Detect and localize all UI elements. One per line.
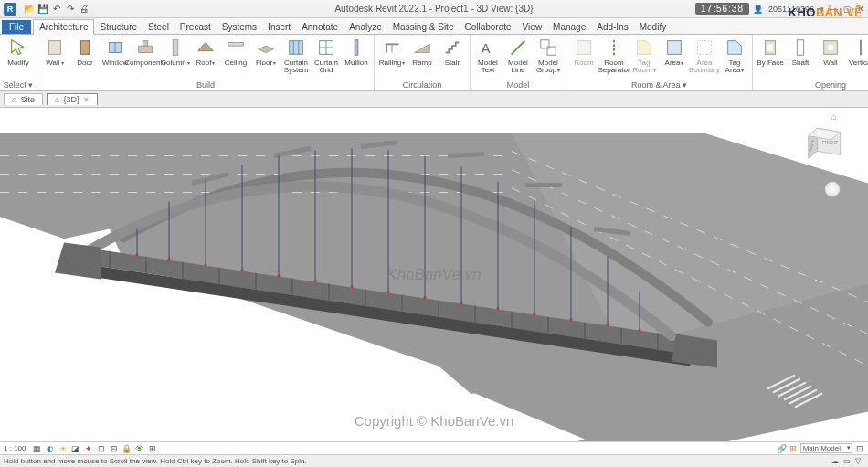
area-button[interactable]: Area xyxy=(660,36,689,67)
home-icon[interactable]: ⌂ xyxy=(831,111,837,122)
by-face-button[interactable]: By Face xyxy=(756,36,785,67)
main-model-dropdown[interactable]: Main Model xyxy=(800,443,852,453)
door-button[interactable]: Door xyxy=(70,36,100,67)
svg-rect-26 xyxy=(698,41,712,55)
user-icon[interactable]: 👤 xyxy=(753,5,763,14)
tab-structure[interactable]: Structure xyxy=(94,20,143,34)
shaft-icon xyxy=(790,37,810,58)
tab-collaborate[interactable]: Collaborate xyxy=(459,20,516,34)
tab-precast[interactable]: Precast xyxy=(175,20,217,34)
steering-wheel-icon[interactable] xyxy=(824,181,841,197)
svg-rect-4 xyxy=(139,46,153,52)
floor-button[interactable]: Floor xyxy=(251,36,281,67)
face-icon xyxy=(760,37,780,58)
ceiling-button[interactable]: Ceiling xyxy=(221,36,250,67)
crop-icon[interactable]: ⊡ xyxy=(96,443,106,453)
railing-icon xyxy=(382,37,402,58)
tab-analyze[interactable]: Analyze xyxy=(344,20,387,34)
window-icon xyxy=(105,37,125,58)
column-button[interactable]: Column xyxy=(161,36,190,67)
status-cloud-icon[interactable]: ☁ xyxy=(831,457,841,466)
view-tab-site[interactable]: ⌂Site xyxy=(4,93,43,105)
tag-area-button[interactable]: Tag Area xyxy=(720,36,749,74)
tag-room-button[interactable]: Tag Room xyxy=(630,36,659,74)
room-button[interactable]: Room xyxy=(569,36,598,67)
recording-time: 17:56:38 xyxy=(695,3,749,15)
ramp-button[interactable]: Ramp xyxy=(408,36,437,67)
curtain-grid-button[interactable]: Curtain Grid xyxy=(312,36,341,74)
curtain-system-button[interactable]: Curtain System xyxy=(281,36,311,74)
tag-area-icon xyxy=(725,37,745,58)
lock-icon[interactable]: 🔒 xyxy=(122,443,132,453)
tab-addins[interactable]: Add-Ins xyxy=(591,20,633,34)
tab-insert[interactable]: Insert xyxy=(262,20,296,34)
modify-button[interactable]: Modify xyxy=(3,36,34,67)
component-button[interactable]: Component xyxy=(131,36,160,67)
svg-point-85 xyxy=(241,269,244,271)
view-tab-3d[interactable]: ⌂{3D}✕ xyxy=(47,93,98,105)
railing-button[interactable]: Railing xyxy=(377,36,407,67)
vc-icon[interactable]: ⊡ xyxy=(854,443,864,453)
tab-architecture[interactable]: Architecture xyxy=(33,19,94,35)
bottom-watermark: Copyright © KhoBanVe.vn xyxy=(355,413,514,429)
shadow-icon[interactable]: ◪ xyxy=(70,443,80,453)
status-bar: Hold button and move mouse to Scroll the… xyxy=(0,454,868,467)
tab-annotate[interactable]: Annotate xyxy=(296,20,344,34)
qat-open-icon[interactable]: 📂 xyxy=(24,4,35,15)
svg-rect-22 xyxy=(547,47,556,55)
svg-text:A: A xyxy=(482,41,491,56)
svg-rect-1 xyxy=(80,41,89,55)
line-icon xyxy=(508,37,528,58)
file-tab[interactable]: File xyxy=(2,20,31,34)
svg-line-64 xyxy=(448,154,484,156)
model-line-button[interactable]: Model Line xyxy=(503,36,533,74)
visual-style-icon[interactable]: ◐ xyxy=(45,443,55,453)
svg-point-84 xyxy=(205,263,207,266)
stair-button[interactable]: Stair xyxy=(438,36,467,67)
close-tab-icon[interactable]: ✕ xyxy=(83,96,90,104)
status-select-icon[interactable]: ▭ xyxy=(843,457,852,466)
shaft-button[interactable]: Shaft xyxy=(786,36,815,67)
select-link-icon[interactable]: 🔗 xyxy=(777,443,787,453)
panel-model: AModel Text Model Line Model Group Model xyxy=(471,35,566,90)
mullion-button[interactable]: Mullion xyxy=(342,36,371,67)
view-cube[interactable]: FRONT RIGHT xyxy=(802,121,848,166)
crop-visible-icon[interactable]: ⊟ xyxy=(109,443,119,453)
roof-button[interactable]: Roof xyxy=(191,36,220,67)
render-icon[interactable]: ✦ xyxy=(83,443,93,453)
area-boundary-button[interactable]: Area Boundary xyxy=(690,36,719,74)
viewport-3d[interactable]: FRONT RIGHT ⌂ ✥ KhoBanVe.vn Copyright © … xyxy=(0,108,868,441)
qat-save-icon[interactable]: 💾 xyxy=(37,4,48,15)
tab-manage[interactable]: Manage xyxy=(547,20,591,34)
menu-bar: File Architecture Structure Steel Precas… xyxy=(0,18,868,35)
panel-opening: By Face Shaft Wall Vertical Dormer Openi… xyxy=(753,35,868,90)
svg-point-82 xyxy=(136,253,139,256)
qat-undo-icon[interactable]: ↶ xyxy=(51,4,62,15)
scale-display[interactable]: 1 : 100 xyxy=(4,444,26,452)
svg-rect-28 xyxy=(767,44,773,50)
wall-button[interactable]: Wall xyxy=(40,36,69,67)
tab-view[interactable]: View xyxy=(517,20,548,34)
tab-modify[interactable]: Modify xyxy=(634,20,672,34)
svg-rect-5 xyxy=(143,41,148,47)
qat-redo-icon[interactable]: ↷ xyxy=(65,4,76,15)
worksets-icon[interactable]: ⊞ xyxy=(789,443,799,453)
hide-icon[interactable]: 👁 xyxy=(134,443,144,453)
status-hint: Hold button and move mouse to Scroll the… xyxy=(4,457,307,465)
tab-massing[interactable]: Massing & Site xyxy=(387,20,460,34)
status-filter-icon[interactable]: ▽ xyxy=(855,457,864,466)
qat-print-icon[interactable]: 🖨 xyxy=(79,4,90,15)
wall-opening-button[interactable]: Wall xyxy=(816,36,845,67)
svg-point-93 xyxy=(534,313,536,315)
room-sep-button[interactable]: Room Separator xyxy=(599,36,629,74)
ramp-icon xyxy=(412,37,432,58)
reveal-icon[interactable]: ⊞ xyxy=(147,443,157,453)
sun-icon[interactable]: ☀ xyxy=(58,443,68,453)
column-icon xyxy=(165,37,185,58)
model-text-button[interactable]: AModel Text xyxy=(473,36,503,74)
vertical-button[interactable]: Vertical xyxy=(846,36,868,67)
detail-level-icon[interactable]: ▦ xyxy=(32,443,42,453)
tab-systems[interactable]: Systems xyxy=(217,20,262,34)
model-group-button[interactable]: Model Group xyxy=(534,36,563,74)
tab-steel[interactable]: Steel xyxy=(143,20,175,34)
